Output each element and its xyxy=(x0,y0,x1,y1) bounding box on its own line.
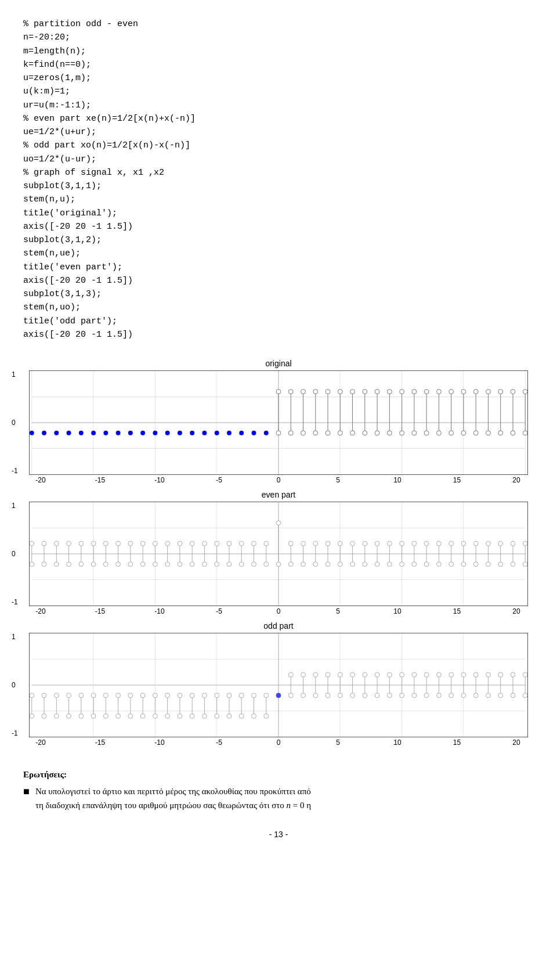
svg-point-199 xyxy=(400,541,404,546)
svg-point-84 xyxy=(375,431,379,435)
svg-point-165 xyxy=(252,562,256,567)
svg-point-33 xyxy=(264,431,269,435)
svg-point-146 xyxy=(264,541,269,546)
svg-point-197 xyxy=(375,541,379,546)
plot1-title: original xyxy=(29,359,528,368)
svg-point-164 xyxy=(239,562,244,567)
svg-point-30 xyxy=(227,431,232,435)
svg-point-355 xyxy=(461,693,466,698)
svg-point-275 xyxy=(215,714,219,718)
svg-point-277 xyxy=(239,714,244,718)
svg-point-129 xyxy=(54,541,59,546)
plot3-x-labels: -20-15-10-505101520 xyxy=(29,737,528,747)
svg-point-272 xyxy=(178,714,182,718)
plot1-x-labels: -20-15-10-505101520 xyxy=(29,475,528,484)
svg-point-203 xyxy=(449,541,454,546)
svg-point-323 xyxy=(313,672,318,677)
svg-point-322 xyxy=(301,672,306,677)
svg-point-278 xyxy=(252,714,256,718)
svg-point-25 xyxy=(165,431,170,435)
svg-point-266 xyxy=(103,714,108,718)
svg-point-70 xyxy=(461,390,466,394)
svg-point-86 xyxy=(400,431,404,435)
svg-point-226 xyxy=(486,562,490,567)
svg-point-207 xyxy=(498,541,503,546)
svg-point-135 xyxy=(128,541,133,546)
svg-point-210 xyxy=(288,562,293,567)
svg-point-358 xyxy=(498,693,503,698)
svg-point-202 xyxy=(436,541,441,546)
svg-point-55 xyxy=(276,390,281,394)
svg-point-342 xyxy=(301,693,306,698)
svg-point-228 xyxy=(511,562,515,567)
svg-point-90 xyxy=(449,431,454,435)
svg-point-157 xyxy=(153,562,157,567)
svg-point-340 xyxy=(523,672,527,677)
svg-point-74 xyxy=(511,390,515,394)
page-number: - 13 - xyxy=(23,830,534,839)
svg-point-29 xyxy=(215,431,219,435)
svg-point-356 xyxy=(473,693,478,698)
svg-point-161 xyxy=(202,562,207,567)
code-block: % partition odd - even n=-20:20; m=lengt… xyxy=(23,17,534,341)
svg-point-14 xyxy=(30,431,34,435)
svg-point-298 xyxy=(252,693,256,698)
svg-point-155 xyxy=(128,562,133,567)
questions-title: Ερωτήσεις: xyxy=(23,770,534,780)
svg-point-292 xyxy=(178,693,182,698)
svg-point-195 xyxy=(350,541,355,546)
svg-point-63 xyxy=(375,390,379,394)
svg-point-81 xyxy=(338,431,342,435)
svg-point-131 xyxy=(79,541,84,546)
svg-point-205 xyxy=(473,541,478,546)
svg-point-335 xyxy=(461,672,466,677)
svg-point-331 xyxy=(412,672,417,677)
svg-point-212 xyxy=(313,562,318,567)
svg-point-89 xyxy=(436,431,441,435)
svg-point-294 xyxy=(202,693,207,698)
svg-point-213 xyxy=(325,562,330,567)
svg-point-343 xyxy=(313,693,318,698)
svg-point-153 xyxy=(103,562,108,567)
svg-point-327 xyxy=(363,672,367,677)
svg-point-349 xyxy=(387,693,392,698)
bullet-icon: ■ xyxy=(23,784,30,799)
svg-point-168 xyxy=(276,521,281,525)
plot3-title: odd part xyxy=(29,621,528,630)
svg-point-152 xyxy=(91,562,96,567)
svg-point-224 xyxy=(461,562,466,567)
svg-point-265 xyxy=(91,714,96,718)
svg-point-299 xyxy=(264,693,269,698)
svg-point-329 xyxy=(387,672,392,677)
svg-point-162 xyxy=(215,562,219,567)
svg-point-345 xyxy=(338,693,342,698)
svg-point-142 xyxy=(215,541,219,546)
plot-even: even part 1 0 -1 xyxy=(29,490,528,615)
svg-point-137 xyxy=(153,541,157,546)
svg-point-150 xyxy=(67,562,71,567)
svg-point-273 xyxy=(190,714,194,718)
svg-point-92 xyxy=(473,431,478,435)
svg-point-348 xyxy=(375,693,379,698)
svg-point-80 xyxy=(325,431,330,435)
svg-point-219 xyxy=(400,562,404,567)
svg-point-201 xyxy=(424,541,429,546)
plot-original: original 1 0 -1 xyxy=(29,359,528,484)
svg-point-339 xyxy=(511,672,515,677)
svg-point-144 xyxy=(239,541,244,546)
svg-point-65 xyxy=(400,390,404,394)
svg-point-196 xyxy=(363,541,367,546)
svg-point-264 xyxy=(79,714,84,718)
svg-point-297 xyxy=(239,693,244,698)
svg-point-64 xyxy=(387,390,392,394)
svg-point-192 xyxy=(313,541,318,546)
svg-point-194 xyxy=(338,541,342,546)
svg-point-127 xyxy=(30,541,34,546)
svg-point-147 xyxy=(30,562,34,567)
svg-point-227 xyxy=(498,562,503,567)
svg-point-31 xyxy=(239,431,244,435)
svg-point-336 xyxy=(473,672,478,677)
svg-point-200 xyxy=(412,541,417,546)
svg-point-26 xyxy=(178,431,182,435)
svg-point-347 xyxy=(363,693,367,698)
